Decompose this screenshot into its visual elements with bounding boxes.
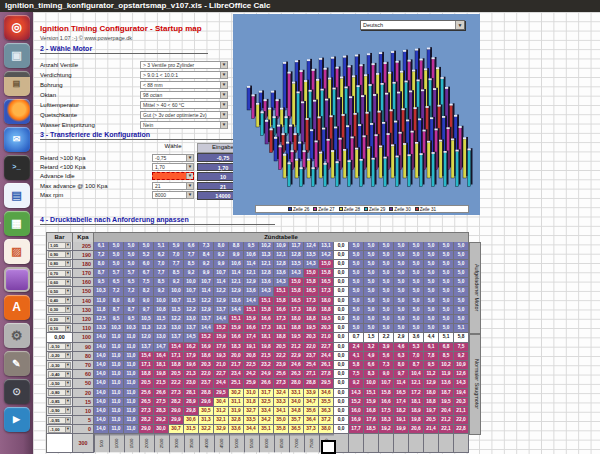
timing-cell[interactable]: 15,1 bbox=[244, 306, 259, 315]
chevron-down-icon[interactable]: ▼ bbox=[65, 427, 70, 432]
timing-cell[interactable]: 14,0 bbox=[94, 416, 109, 425]
timing-cell[interactable]: 12,8 bbox=[259, 269, 274, 278]
timing-cell[interactable]: 9,5 bbox=[124, 315, 139, 324]
timing-cell[interactable]: 17,4 bbox=[244, 333, 259, 342]
timing-cell[interactable]: 5,0 bbox=[424, 278, 439, 287]
bar-dropdown[interactable]: -0,85▼ bbox=[48, 398, 71, 405]
timing-cell[interactable]: 0,0 bbox=[334, 343, 349, 352]
timing-cell[interactable]: 13,6 bbox=[229, 297, 244, 306]
timing-cell[interactable]: 5,0 bbox=[379, 287, 394, 296]
timing-cell[interactable]: 5,0 bbox=[409, 315, 424, 324]
timing-cell[interactable]: 14,0 bbox=[94, 352, 109, 361]
timing-cell[interactable]: 16,6 bbox=[229, 333, 244, 342]
timing-cell[interactable]: 26,1 bbox=[319, 361, 334, 370]
timing-cell[interactable]: 22,9 bbox=[289, 352, 304, 361]
field-dropdown-2[interactable]: < 88 mm▼ bbox=[140, 81, 228, 89]
cell-cursor[interactable] bbox=[321, 440, 336, 454]
timing-cell[interactable]: 23,9 bbox=[274, 361, 289, 370]
timing-cell[interactable]: 35,5 bbox=[319, 398, 334, 407]
timing-cell[interactable]: 5,0 bbox=[394, 324, 409, 333]
launcher-file-manager[interactable]: ▤ bbox=[4, 71, 30, 96]
timing-cell[interactable]: 26,6 bbox=[154, 389, 169, 398]
timing-cell[interactable]: 22,7 bbox=[319, 343, 334, 352]
timing-cell[interactable]: 0,0 bbox=[334, 389, 349, 398]
timing-cell[interactable]: 33,3 bbox=[274, 398, 289, 407]
timing-cell[interactable]: 6,6 bbox=[364, 361, 379, 370]
timing-cell[interactable]: 25,4 bbox=[304, 361, 319, 370]
timing-cell[interactable]: 0,0 bbox=[334, 416, 349, 425]
timing-cell[interactable]: 17,5 bbox=[379, 407, 394, 416]
timing-cell[interactable]: 19,6 bbox=[184, 361, 199, 370]
timing-cell[interactable]: 7,0 bbox=[169, 251, 184, 260]
timing-cell[interactable]: 8,7 bbox=[124, 306, 139, 315]
timing-cell[interactable]: 34,8 bbox=[289, 407, 304, 416]
chevron-down-icon[interactable]: ▼ bbox=[220, 102, 227, 108]
timing-cell[interactable]: 9,9 bbox=[199, 269, 214, 278]
timing-cell[interactable]: 21,0 bbox=[214, 361, 229, 370]
timing-cell[interactable]: 10,3 bbox=[124, 324, 139, 333]
timing-cell[interactable]: 16,6 bbox=[259, 315, 274, 324]
timing-cell[interactable]: 8,3 bbox=[364, 370, 379, 379]
timing-cell[interactable]: 5,0 bbox=[394, 315, 409, 324]
timing-cell[interactable]: 27,3 bbox=[139, 407, 154, 416]
timing-cell[interactable]: 12,1 bbox=[244, 269, 259, 278]
timing-cell[interactable]: 28,3 bbox=[154, 407, 169, 416]
timing-cell[interactable]: 16,5 bbox=[289, 297, 304, 306]
timing-cell[interactable]: 0,0 bbox=[334, 260, 349, 269]
timing-cell[interactable]: 31,0 bbox=[244, 389, 259, 398]
timing-cell[interactable]: 14,3 bbox=[274, 278, 289, 287]
timing-cell[interactable]: 16,4 bbox=[154, 352, 169, 361]
timing-cell[interactable]: 14,4 bbox=[244, 297, 259, 306]
timing-cell[interactable]: 11,2 bbox=[424, 370, 439, 379]
timing-cell[interactable]: 11,0 bbox=[109, 398, 124, 407]
timing-cell[interactable]: 32,5 bbox=[259, 398, 274, 407]
timing-cell[interactable]: 11,0 bbox=[124, 407, 139, 416]
timing-cell[interactable]: 7,5 bbox=[139, 278, 154, 287]
bar-dropdown[interactable]: -0,80▼ bbox=[48, 389, 71, 396]
timing-cell[interactable]: 9,5 bbox=[94, 278, 109, 287]
timing-cell[interactable]: 35,0 bbox=[274, 416, 289, 425]
timing-cell[interactable]: 11,4 bbox=[394, 379, 409, 388]
chevron-down-icon[interactable]: ▼ bbox=[65, 390, 70, 395]
timing-cell[interactable]: 18,0 bbox=[289, 315, 304, 324]
timing-cell[interactable]: 16,8 bbox=[364, 407, 379, 416]
timing-cell[interactable]: 29,6 bbox=[199, 398, 214, 407]
timing-cell[interactable]: 31,1 bbox=[229, 398, 244, 407]
timing-cell[interactable]: 20,3 bbox=[319, 324, 334, 333]
timing-cell[interactable]: 20,0 bbox=[229, 352, 244, 361]
timing-cell[interactable]: 12,9 bbox=[244, 278, 259, 287]
timing-cell[interactable]: 13,6 bbox=[259, 278, 274, 287]
chevron-down-icon[interactable]: ▼ bbox=[65, 408, 70, 413]
timing-cell[interactable]: 0,7 bbox=[349, 333, 364, 342]
timing-cell[interactable]: 27,8 bbox=[319, 370, 334, 379]
timing-cell[interactable]: 5,0 bbox=[364, 324, 379, 333]
timing-cell[interactable]: 5,0 bbox=[349, 269, 364, 278]
timing-cell[interactable]: 2,4 bbox=[349, 343, 364, 352]
timing-cell[interactable]: 5,0 bbox=[364, 297, 379, 306]
timing-cell[interactable]: 29,8 bbox=[184, 407, 199, 416]
transfer-dropdown-4[interactable]: 8000▼ bbox=[152, 191, 194, 199]
timing-cell[interactable]: 8,7 bbox=[94, 269, 109, 278]
timing-cell[interactable]: 5,0 bbox=[364, 260, 379, 269]
timing-cell[interactable]: 18,8 bbox=[304, 315, 319, 324]
field-dropdown-6[interactable]: Nein▼ bbox=[140, 121, 228, 129]
timing-cell[interactable]: 17,2 bbox=[409, 389, 424, 398]
timing-cell[interactable]: 11,0 bbox=[109, 379, 124, 388]
timing-cell[interactable]: 22,2 bbox=[274, 352, 289, 361]
bar-dropdown[interactable]: 0,90▼ bbox=[48, 251, 71, 258]
timing-cell[interactable]: 11,0 bbox=[109, 407, 124, 416]
bar-dropdown[interactable]: 0,20▼ bbox=[48, 316, 71, 323]
timing-cell[interactable]: 16,5 bbox=[394, 389, 409, 398]
timing-cell[interactable]: 12,1 bbox=[409, 379, 424, 388]
timing-cell[interactable]: 4,1 bbox=[349, 352, 364, 361]
timing-cell[interactable]: 29,5 bbox=[319, 379, 334, 388]
timing-cell[interactable]: 8,0 bbox=[124, 297, 139, 306]
bar-dropdown[interactable]: -0,40▼ bbox=[48, 371, 71, 378]
launcher-libreoffice-calc[interactable]: ▦ bbox=[4, 211, 30, 236]
timing-cell[interactable]: 0,0 bbox=[334, 287, 349, 296]
timing-cell[interactable]: 7,5 bbox=[349, 370, 364, 379]
timing-cell[interactable]: 17,3 bbox=[304, 297, 319, 306]
timing-cell[interactable]: 15,8 bbox=[289, 287, 304, 296]
timing-cell[interactable]: 15,9 bbox=[364, 398, 379, 407]
timing-cell[interactable]: 12,3 bbox=[154, 324, 169, 333]
